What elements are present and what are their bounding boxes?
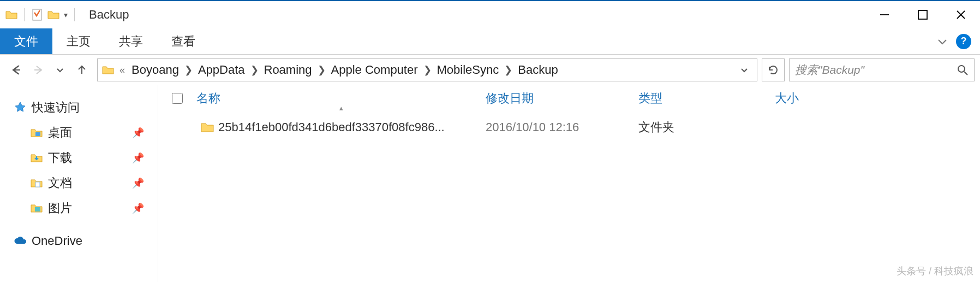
chevron-right-icon[interactable]: ❯ — [182, 64, 195, 76]
folder-icon — [98, 65, 119, 75]
svg-point-5 — [958, 66, 965, 72]
column-date[interactable]: 修改日期 — [486, 90, 638, 107]
window-title: Backup — [82, 8, 129, 22]
minimize-button[interactable] — [865, 1, 904, 28]
maximize-button[interactable] — [904, 1, 942, 28]
separator — [24, 8, 25, 21]
breadcrumb-item[interactable]: Roaming — [261, 63, 315, 77]
file-name: 25b14f1eb00fd341d6bedf33370f08fc986... — [218, 120, 486, 134]
refresh-button[interactable] — [762, 58, 785, 81]
tab-view[interactable]: 查看 — [157, 28, 210, 54]
svg-line-6 — [964, 72, 967, 75]
search-input[interactable] — [795, 63, 957, 77]
forward-button[interactable] — [31, 62, 46, 78]
sidebar-item-label: 桌面 — [48, 125, 72, 141]
sidebar: 快速访问 桌面 📌 下载 📌 文档 📌 图片 📌 OneDrive — [0, 85, 158, 282]
table-row[interactable]: 25b14f1eb00fd341d6bedf33370f08fc986... 2… — [158, 112, 980, 137]
sidebar-item-pictures[interactable]: 图片 📌 — [0, 196, 158, 221]
address-bar[interactable]: « Boyoang ❯ AppData ❯ Roaming ❯ Apple Co… — [97, 58, 757, 81]
svg-rect-2 — [918, 10, 927, 19]
close-button[interactable] — [942, 1, 980, 28]
recent-dropdown-icon[interactable] — [52, 62, 68, 78]
tab-share[interactable]: 共享 — [105, 28, 157, 54]
sidebar-item-label: 文档 — [48, 175, 72, 191]
watermark: 头条号 / 科技疯浪 — [897, 265, 973, 278]
back-button[interactable] — [9, 62, 24, 78]
svg-rect-9 — [35, 207, 40, 212]
separator — [74, 8, 75, 21]
chevron-right-icon[interactable]: ❯ — [315, 64, 328, 76]
pin-icon[interactable]: 📌 — [132, 152, 144, 164]
titlebar: ▾ Backup — [0, 1, 980, 28]
body: 快速访问 桌面 📌 下载 📌 文档 📌 图片 📌 OneDrive — [0, 85, 980, 282]
folder-icon[interactable] — [47, 10, 59, 20]
cloud-icon — [13, 236, 27, 246]
sidebar-item-label: 快速访问 — [32, 99, 80, 116]
sidebar-item-desktop[interactable]: 桌面 📌 — [0, 120, 158, 145]
folder-icon — [196, 122, 218, 133]
sidebar-item-documents[interactable]: 文档 📌 — [0, 171, 158, 196]
chevron-right-icon[interactable]: ❯ — [502, 64, 515, 76]
breadcrumb-item[interactable]: MobileSync — [434, 63, 503, 77]
sidebar-item-label: 下载 — [48, 150, 72, 166]
address-dropdown-icon[interactable] — [732, 65, 757, 75]
quick-access-toolbar: ▾ — [0, 8, 82, 21]
search-box[interactable] — [789, 58, 975, 81]
tab-file[interactable]: 文件 — [0, 28, 52, 54]
ribbon: 文件 主页 共享 查看 ? — [0, 28, 980, 55]
app-folder-icon — [5, 10, 17, 20]
breadcrumb-item[interactable]: Backup — [515, 63, 561, 77]
pin-icon[interactable]: 📌 — [132, 202, 144, 214]
help-icon[interactable]: ? — [956, 34, 971, 49]
column-type[interactable]: 类型 — [638, 90, 775, 107]
folder-icon — [29, 178, 44, 188]
breadcrumb-item[interactable]: AppData — [195, 63, 248, 77]
file-date: 2016/10/10 12:16 — [486, 120, 638, 134]
sidebar-item-label: 图片 — [48, 200, 72, 216]
star-icon — [13, 102, 27, 114]
svg-rect-7 — [35, 132, 40, 136]
chevron-right-icon[interactable]: ❯ — [248, 64, 261, 76]
select-all-checkbox[interactable] — [158, 93, 196, 104]
folder-icon — [29, 203, 44, 213]
tab-home[interactable]: 主页 — [52, 28, 105, 54]
file-list: 名称 修改日期 类型 大小 ▴ 25b14f1eb00fd341d6bedf33… — [158, 85, 980, 282]
sidebar-item-label: OneDrive — [32, 234, 82, 248]
ribbon-collapse-icon[interactable] — [931, 36, 954, 48]
properties-icon[interactable] — [31, 8, 43, 21]
history-chevrons-icon[interactable]: « — [119, 64, 128, 76]
breadcrumb-item[interactable]: Boyoang — [128, 63, 182, 77]
breadcrumb-item[interactable]: Apple Computer — [328, 63, 421, 77]
folder-icon — [29, 153, 44, 163]
chevron-right-icon[interactable]: ❯ — [421, 64, 434, 76]
pin-icon[interactable]: 📌 — [132, 177, 144, 189]
column-size[interactable]: 大小 — [775, 90, 884, 107]
file-type: 文件夹 — [638, 119, 775, 136]
up-button[interactable] — [74, 62, 89, 78]
sidebar-quick-access[interactable]: 快速访问 — [0, 95, 158, 120]
sidebar-onedrive[interactable]: OneDrive — [0, 228, 158, 254]
navigation-row: « Boyoang ❯ AppData ❯ Roaming ❯ Apple Co… — [0, 55, 980, 85]
sidebar-item-downloads[interactable]: 下载 📌 — [0, 145, 158, 171]
search-icon[interactable] — [957, 64, 969, 76]
pin-icon[interactable]: 📌 — [132, 127, 144, 139]
svg-rect-8 — [35, 182, 40, 187]
folder-icon — [29, 128, 44, 138]
nav-buttons — [5, 62, 93, 78]
qat-dropdown-icon[interactable]: ▾ — [64, 10, 68, 19]
